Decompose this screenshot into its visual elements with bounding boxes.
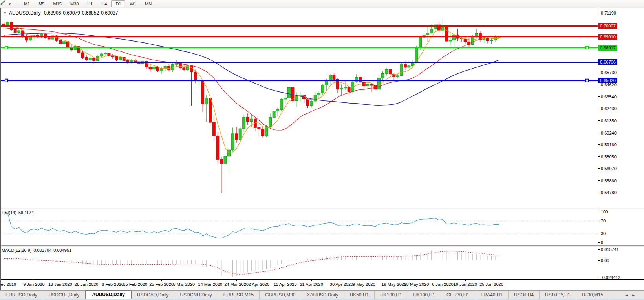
timeframe-button-h1[interactable]: H1 [83,0,97,7]
date-label: 30 Apr 2020 [330,282,353,287]
collapse-triangle-icon[interactable]: ▼ [4,11,7,15]
date-label: 25 Feb 2020 [149,282,174,287]
chart-tab-audusd-daily[interactable]: AUDUSD,Daily [85,290,131,299]
timeframe-button-mn[interactable]: MN [141,0,156,7]
rsi-canvas[interactable] [0,209,598,245]
macd-canvas[interactable] [0,247,598,279]
chart-tab-uk100-h1[interactable]: UK100,H1 [375,291,408,299]
ohlc-high: 0.69079 [63,10,80,16]
chart-tab-bar: EURUSD,DailyUSDCHF,DailyAUDUSD,DailyUSDC… [0,290,644,299]
tab-scroll-left-icon[interactable]: ◄ [624,293,631,297]
chart-tab-uk100-h1[interactable]: UK100,H1 [408,291,441,299]
chart-tab-hk50-h1[interactable]: HK50,H1 [344,291,375,299]
date-label: 9 May 2020 [353,282,375,287]
date-tick [443,280,443,281]
chevron-down-icon[interactable]: ▼ [8,2,11,6]
price-chart-canvas[interactable] [0,8,598,208]
window-left-border [0,8,1,290]
ohlc-close: 0.69037 [101,10,118,16]
chart-tab-eurusd-daily[interactable]: EURUSD,Daily [0,291,43,299]
chart-title: ▼AUDUSD,Daily 0.689060.690790.688520.690… [4,10,120,16]
date-label: 5 Mar 2020 [173,282,195,287]
rsi-axis-label: 0 [601,240,603,245]
rsi-axis-tick [598,212,600,212]
price-axis-label: 0.56970 [601,166,617,171]
timeframe-button-h4[interactable]: H4 [97,0,111,7]
price-axis-label: 0.60240 [601,131,617,135]
date-tick [135,280,135,281]
macd-value-main: 0.003704 [33,248,51,253]
macd-axis-tick [598,278,600,278]
price-tag: 0.65020 [598,78,617,83]
price-axis-tick [598,180,600,181]
rsi-value: 58.1174 [18,210,34,215]
tabs: EURUSD,DailyUSDCHF,DailyAUDUSD,DailyUSDC… [0,290,609,299]
price-axis-tick [598,133,600,133]
timeframe-buttons: M1M5M15M30H1H4D1W1MN [20,2,156,6]
date-tick [364,280,364,281]
rsi-label: RSI(14) [2,210,16,215]
price-tag: 0.66706 [598,59,617,65]
price-axis-tick [598,73,600,73]
rsi-axis-tick [598,233,600,233]
moving-average [4,28,499,130]
macd-axis-tick [598,249,600,250]
price-axis-label: 0.61350 [601,118,617,123]
date-label: 31 Dec 2019 [0,282,16,287]
date-axis[interactable]: 31 Dec 20199 Jan 202018 Jan 202028 Jan 2… [0,279,644,291]
chart-tab-dj30-m15[interactable]: DJ30,M15 [576,291,609,299]
timeframe-button-m15[interactable]: M15 [49,0,66,7]
rsi-axis-label: 30 [601,231,606,236]
macd-label: MACD(12,26,9) [2,248,31,253]
rsi-axis-label: 100 [601,209,608,214]
date-tick [492,280,492,281]
timeframe-button-m1[interactable]: M1 [20,0,34,7]
price-axis-label: 0.63540 [601,95,617,99]
ohlc-open: 0.68906 [44,10,61,16]
timeframe-button-d1[interactable]: D1 [111,0,125,7]
date-tick [259,280,259,281]
chart-tab-eurusd-m15[interactable]: EURUSD,M15 [218,291,260,299]
price-axis-label: 0.59160 [601,142,617,147]
chart-tab-usoil-h4[interactable]: USOil,H4 [509,291,540,299]
date-tick [465,280,466,281]
date-label: 18 Jan 2020 [48,282,72,287]
price-axis[interactable]: 0.711900.657300.646200.635400.624300.613… [598,8,644,208]
timeframe-button-w1[interactable]: W1 [125,0,141,7]
timeframe-button-m30[interactable]: M30 [66,0,83,7]
rsi-axis-tick [598,242,600,243]
price-axis-tick [598,156,600,157]
date-label: 6 Jun 2020 [432,282,453,287]
macd-axis: 0.0157410.00-0.024412 [598,247,644,279]
chart-cursor-icon[interactable] [1,1,7,7]
date-tick [113,280,113,281]
date-label: 28 May 2020 [404,282,429,287]
horizontal-lines-layer [0,25,598,82]
chart-tab-usdjpy-h1[interactable]: USDJPY,H1 [540,291,576,299]
macd-panel: MACD(12,26,9)0.0037040.004951 0.0157410.… [0,247,644,279]
moving-average [4,33,499,105]
chart-tab-usdcad-daily[interactable]: USDCAD,Daily [132,291,175,299]
price-chart-panel: ▼AUDUSD,Daily 0.689060.690790.688520.690… [0,8,644,208]
date-label: 2 Apr 2020 [249,282,269,287]
date-label: 15 Feb 2020 [123,282,147,287]
date-tick [161,280,162,281]
rsi-axis-label: 70 [601,218,606,223]
top-toolbar: ▼ M1M5M15M30H1H4D1W1MN [0,0,644,8]
chart-tab-ger30-h1[interactable]: GER30,H1 [441,291,475,299]
chart-tab-usdchf-daily[interactable]: USDCHF,Daily [43,291,86,299]
chart-tab-xauusd-daily[interactable]: XAUUSD,Daily [301,291,344,299]
toolbar-grip [15,1,17,7]
rsi-panel: RSI(14)58.1174 10070300 [0,209,644,245]
chart-tab-fra40-h1[interactable]: FRA40,H1 [475,291,509,299]
tab-scroll-arrows: ◄► [624,293,639,297]
price-axis-tick [598,193,600,193]
chart-tab-usdcnh-daily[interactable]: USDCNH,Daily [174,291,218,299]
chart-tab-gbpusd-m30[interactable]: GBPUSD,M30 [260,291,301,299]
price-axis-label: 0.65730 [601,70,617,75]
timeframe-button-m5[interactable]: M5 [34,0,49,7]
date-label: 14 Mar 2020 [198,282,222,287]
price-axis-label: 0.62430 [601,106,617,111]
price-axis-tick [598,144,600,145]
tab-scroll-right-icon[interactable]: ► [631,293,639,297]
